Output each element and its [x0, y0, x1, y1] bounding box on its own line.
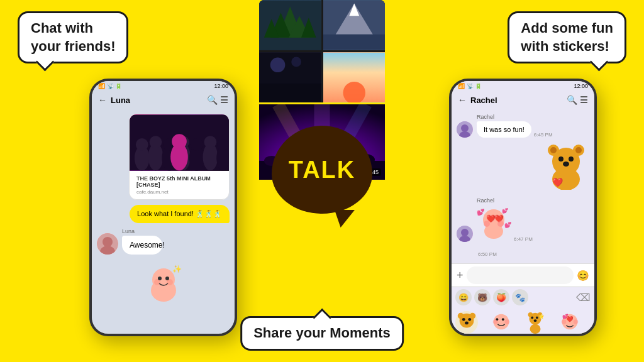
- svg-point-51: [158, 277, 162, 280]
- msg-time-1: 6:45 PM: [534, 132, 553, 138]
- svg-point-68: [461, 229, 469, 236]
- callout-right-line2: with stickers!: [521, 38, 609, 54]
- svg-point-39: [204, 136, 217, 148]
- svg-text:💧: 💧: [506, 335, 512, 336]
- svg-point-96: [531, 317, 533, 319]
- svg-text:💕: 💕: [477, 208, 485, 216]
- callout-line2: your friends!: [31, 38, 115, 54]
- emoji-icon[interactable]: 😊: [577, 270, 589, 282]
- tray-paw-icon[interactable]: 🐾: [512, 289, 528, 305]
- sent-message-1: Look what I found! 🕺🕺🕺: [130, 205, 230, 223]
- left-chat-area: THE BOYZ 5th MINI ALBUM[CHASE] cafe.daum…: [92, 109, 235, 314]
- link-card-title: THE BOYZ 5th MINI ALBUM[CHASE]: [133, 173, 225, 189]
- media-cell-sunset: [323, 52, 386, 102]
- rachel-message-row-2: Rachel ❤️ ❤️: [457, 197, 589, 242]
- tray-bear-icon[interactable]: 🐻: [474, 289, 491, 305]
- svg-point-83: [470, 313, 475, 319]
- svg-point-11: [270, 57, 286, 72]
- plus-icon[interactable]: +: [457, 269, 464, 282]
- right-phone: 📶 📡 🔋 12:00 ← Rachel 🔍 ☰ Rachel: [449, 79, 597, 336]
- svg-point-104: [573, 319, 578, 324]
- sticker-apeach-3[interactable]: 🌸: [558, 336, 581, 336]
- right-input-bar: + 😊: [452, 263, 594, 287]
- sticker-ryan-wink[interactable]: ✌️: [455, 336, 478, 336]
- right-status-bar: 📶 📡 🔋 12:00: [452, 81, 594, 91]
- sticker-apeach-2[interactable]: ❤️ 💕: [558, 311, 581, 334]
- svg-point-98: [534, 319, 537, 322]
- rachel-avatar-2: [457, 226, 473, 242]
- left-phone-header: ← Luna 🔍 ☰: [92, 91, 235, 109]
- svg-text:❤️: ❤️: [552, 177, 564, 188]
- svg-point-85: [468, 318, 471, 321]
- callout-share-moments: Share your Moments: [240, 316, 404, 351]
- media-cell-forest: [259, 0, 321, 50]
- svg-point-41: [217, 139, 228, 150]
- svg-text:💕: 💕: [502, 207, 508, 214]
- sticker-ryan-dance[interactable]: ⭐: [524, 311, 547, 334]
- svg-point-90: [492, 319, 497, 324]
- talk-logo-text: TALK: [289, 156, 356, 184]
- svg-point-84: [462, 318, 465, 321]
- header-icons: 🔍 ☰: [207, 95, 228, 105]
- sticker-apeach-sad[interactable]: 💧: [490, 336, 513, 336]
- rachel-message-row-1: Rachel It was so fun! 6:45 PM: [457, 114, 589, 138]
- luna-name: Luna: [122, 228, 172, 234]
- rachel-message-1: It was so fun!: [477, 121, 531, 138]
- sticker-panel: ⭐ ❤️ 💕 ✌️: [452, 307, 594, 336]
- tray-peach-icon[interactable]: 🍑: [493, 289, 509, 305]
- svg-point-29: [136, 138, 148, 151]
- sticker-ryan-1[interactable]: [455, 311, 478, 334]
- link-card-image: [130, 114, 229, 171]
- rachel-name-2: Rachel: [477, 197, 533, 204]
- photo-grid: [259, 0, 385, 102]
- right-time: 12:00: [574, 83, 588, 89]
- rachel-avatar-1: [457, 121, 473, 138]
- sticker-apeach-1[interactable]: [490, 311, 513, 334]
- svg-point-12: [291, 57, 301, 67]
- link-card-message: THE BOYZ 5th MINI ALBUM[CHASE] cafe.daum…: [129, 114, 230, 200]
- svg-point-76: [497, 221, 504, 227]
- svg-point-62: [575, 147, 582, 153]
- svg-point-103: [561, 319, 566, 324]
- media-cell-mountain: [323, 0, 386, 50]
- callout-add-fun-stickers: Add some fun with stickers!: [508, 11, 626, 63]
- svg-point-55: [461, 124, 469, 132]
- sticker-tray: 😄 🐻 🍑 🐾 ⌫: [452, 287, 594, 307]
- right-back-arrow-icon[interactable]: ←: [458, 95, 467, 105]
- left-phone: 📶 📡 🔋 12:00 ← Luna 🔍 ☰: [89, 79, 237, 336]
- sticker-ryan-laugh[interactable]: 😂: [524, 336, 547, 336]
- back-arrow-icon[interactable]: ←: [98, 95, 107, 105]
- message-input[interactable]: [467, 266, 574, 284]
- left-time: 12:00: [214, 83, 228, 89]
- right-phone-header: ← Rachel 🔍 ☰: [452, 91, 594, 109]
- svg-text:⭐: ⭐: [538, 313, 545, 319]
- svg-point-75: [484, 221, 490, 227]
- svg-point-89: [501, 318, 504, 321]
- apeach-heart-sticker: ❤️ ❤️ 💕 💕 💕: [477, 205, 511, 242]
- svg-rect-9: [323, 35, 386, 50]
- timestamp-650: 6:50 PM: [478, 247, 497, 258]
- callout-chat-with-friends: Chat with your friends!: [18, 11, 128, 63]
- ryan-sticker: ❤️: [546, 143, 587, 192]
- received-message-row: Luna Awesome!: [97, 228, 230, 255]
- svg-text:💕: 💕: [504, 221, 511, 229]
- tray-face-icon[interactable]: 😄: [455, 289, 472, 305]
- svg-point-61: [550, 147, 557, 153]
- luna-message-group: Luna Awesome!: [122, 228, 172, 255]
- svg-point-86: [465, 322, 469, 325]
- backspace-icon[interactable]: ⌫: [576, 292, 591, 304]
- callout-line1: Chat with: [31, 20, 93, 36]
- rachel-name-1: Rachel: [477, 114, 553, 120]
- svg-point-82: [458, 313, 464, 319]
- svg-point-45: [103, 237, 113, 247]
- svg-rect-13: [259, 84, 321, 102]
- right-chat-area: Rachel It was so fun! 6:45 PM: [452, 109, 594, 263]
- right-header-icons: 🔍 ☰: [567, 95, 588, 105]
- svg-point-93: [528, 312, 533, 317]
- svg-point-91: [504, 319, 509, 324]
- svg-point-95: [530, 324, 540, 334]
- msg-time-2: 6:47 PM: [514, 236, 533, 242]
- svg-point-31: [150, 136, 162, 148]
- talk-bubble-shape: TALK: [272, 126, 372, 214]
- callout-bottom-text: Share your Moments: [253, 325, 391, 341]
